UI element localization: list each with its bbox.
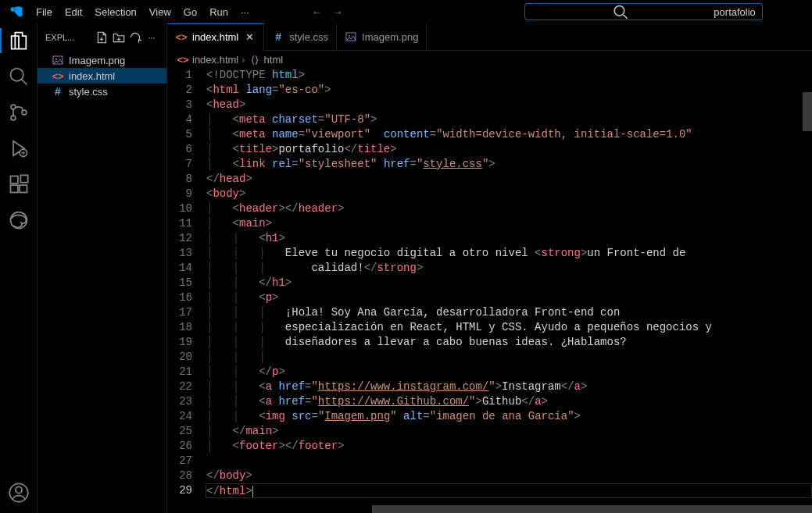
forward-arrow-icon[interactable]: →: [333, 6, 343, 18]
tab-index-html[interactable]: <>index.html✕: [167, 23, 264, 51]
breadcrumb-label[interactable]: html: [264, 54, 284, 66]
menu-run[interactable]: Run: [203, 3, 234, 21]
new-file-icon[interactable]: [95, 30, 109, 45]
chevron-right-icon: ›: [241, 54, 245, 66]
search-box[interactable]: portafolio: [524, 3, 763, 20]
code-editor[interactable]: 1234567891011121314151617181920212223242…: [167, 68, 812, 513]
code-line[interactable]: <html lang="es-co">: [206, 83, 812, 98]
search-icon: [531, 4, 710, 20]
refresh-icon[interactable]: [128, 30, 142, 45]
svg-rect-9: [10, 185, 17, 192]
menu-file[interactable]: File: [30, 3, 59, 21]
explorer-activity-icon[interactable]: [8, 30, 30, 52]
code-line[interactable]: </html>: [206, 483, 812, 498]
menu-view[interactable]: View: [143, 3, 177, 21]
svg-point-4: [11, 105, 16, 109]
editor-area: <>index.html✕#style.cssImagem.png <>inde…: [167, 23, 812, 513]
extensions-activity-icon[interactable]: [8, 173, 30, 195]
code-line[interactable]: │ │ │ especialización en React, HTML y C…: [206, 320, 812, 335]
menu-selection[interactable]: Selection: [88, 3, 142, 21]
code-line[interactable]: │ │ <a href="https://www.Github.com/">Gi…: [206, 394, 812, 409]
file-item-style-css[interactable]: #style.css: [38, 84, 166, 99]
code-line[interactable]: <!DOCTYPE html>: [206, 68, 812, 83]
code-lines[interactable]: <!DOCTYPE html><html lang="es-co"><head>…: [206, 68, 812, 513]
menu-···[interactable]: ···: [234, 3, 256, 21]
file-label: index.html: [69, 70, 115, 82]
code-line[interactable]: │ │ │ Eleve tu negocio digital a otro ni…: [206, 246, 812, 261]
back-arrow-icon[interactable]: ←: [312, 6, 322, 18]
tab-style-css[interactable]: #style.css: [264, 23, 337, 50]
svg-line-1: [623, 15, 627, 19]
titlebar: FileEditSelectionViewGoRun··· ← → portaf…: [0, 0, 812, 23]
line-number: 6: [167, 142, 192, 157]
breadcrumb-label[interactable]: index.html: [192, 54, 238, 66]
code-line[interactable]: [206, 454, 812, 468]
svg-rect-10: [20, 185, 27, 192]
code-line[interactable]: </head>: [206, 172, 812, 187]
tab-label: index.html: [192, 31, 238, 43]
html-icon: <>: [175, 31, 188, 44]
code-line[interactable]: │ │ │: [206, 350, 812, 365]
brackets-icon: ⟨⟩: [249, 53, 261, 66]
code-line[interactable]: │ │ </p>: [206, 365, 812, 379]
code-line[interactable]: │ │ │ calidad!</strong>: [206, 261, 812, 276]
line-number: 23: [167, 394, 192, 409]
code-line[interactable]: │ <meta charset="UTF-8">: [206, 112, 812, 127]
run-debug-activity-icon[interactable]: [8, 137, 30, 159]
line-number: 20: [167, 350, 192, 365]
navigation-arrows: ← →: [312, 6, 343, 18]
menu-edit[interactable]: Edit: [59, 3, 88, 21]
code-line[interactable]: <head>: [206, 98, 812, 112]
search-activity-icon[interactable]: [8, 66, 30, 87]
svg-point-18: [349, 35, 350, 37]
code-line[interactable]: │ <footer></footer>: [206, 439, 812, 454]
code-line[interactable]: │ <link rel="stylesheet" href="style.css…: [206, 157, 812, 172]
code-line[interactable]: │ │ <img src="Imagem.png" alt="imagen de…: [206, 409, 812, 424]
code-line[interactable]: </body>: [206, 468, 812, 483]
hash-icon: #: [52, 85, 64, 98]
code-line[interactable]: │ │ </h1>: [206, 276, 812, 290]
new-folder-icon[interactable]: [112, 30, 126, 45]
line-number: 7: [167, 157, 192, 172]
sidebar-title: EXPL...: [45, 33, 93, 42]
vscode-logo-icon: [9, 5, 23, 19]
svg-point-6: [22, 110, 27, 115]
more-actions-icon[interactable]: ···: [145, 30, 159, 45]
vertical-scrollbar[interactable]: [803, 92, 812, 131]
file-item-index-html[interactable]: <>index.html: [38, 68, 166, 84]
line-number: 27: [167, 454, 192, 468]
html-icon: <>: [52, 69, 64, 82]
code-line[interactable]: │ </main>: [206, 424, 812, 439]
line-number: 2: [167, 83, 192, 98]
close-icon[interactable]: ✕: [243, 31, 256, 44]
code-line[interactable]: │ │ │ ¡Hola! Soy Ana García, desarrollad…: [206, 305, 812, 320]
source-control-activity-icon[interactable]: [8, 102, 30, 123]
code-line[interactable]: │ │ <a href="https://www.instagram.com/"…: [206, 379, 812, 394]
code-line[interactable]: │ │ <h1>: [206, 231, 812, 246]
accounts-activity-icon[interactable]: [8, 482, 30, 504]
line-number: 21: [167, 365, 192, 379]
html-icon: <>: [177, 53, 189, 66]
tab-label: style.css: [289, 31, 328, 43]
breadcrumb[interactable]: <>index.html›⟨⟩html: [167, 51, 812, 68]
code-line[interactable]: <body>: [206, 187, 812, 201]
file-item-Imagem-png[interactable]: Imagem.png: [38, 52, 166, 68]
code-line[interactable]: │ │ │ diseñadores a llevar a cabo buenas…: [206, 335, 812, 350]
tab-Imagem-png[interactable]: Imagem.png: [337, 23, 427, 50]
code-line[interactable]: │ <main>: [206, 216, 812, 231]
line-number: 3: [167, 98, 192, 112]
code-line[interactable]: │ <title>portafolio</title>: [206, 142, 812, 157]
code-line[interactable]: │ │ <p>: [206, 290, 812, 305]
svg-rect-8: [10, 176, 17, 183]
code-line[interactable]: │ <header></header>: [206, 201, 812, 216]
edge-browser-activity-icon[interactable]: [8, 209, 30, 231]
code-line[interactable]: │ <meta name="viewport" content="width=d…: [206, 127, 812, 142]
menu-go[interactable]: Go: [177, 3, 203, 21]
line-number: 4: [167, 112, 192, 127]
svg-point-5: [11, 116, 16, 120]
image-icon: [345, 30, 357, 43]
search-text: portafolio: [714, 6, 755, 18]
image-icon: [52, 54, 64, 66]
horizontal-scrollbar[interactable]: [372, 505, 812, 513]
line-number: 26: [167, 439, 192, 454]
